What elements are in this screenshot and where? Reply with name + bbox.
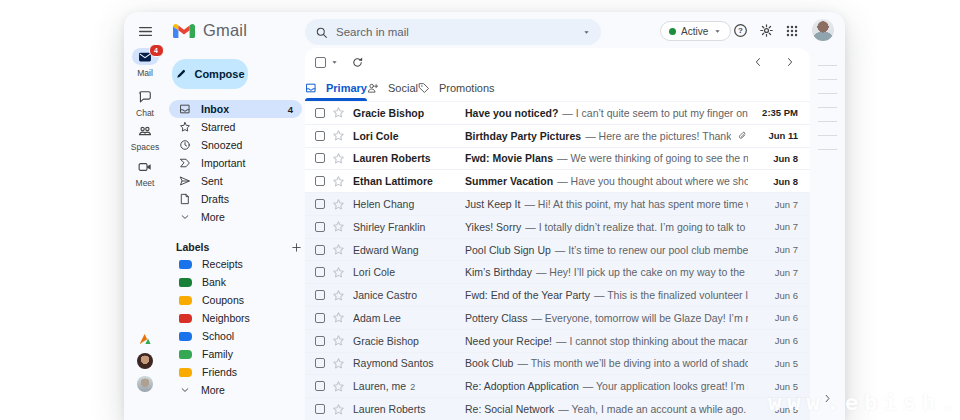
- apps-grid-icon[interactable]: [785, 24, 799, 38]
- row-checkbox[interactable]: [315, 381, 325, 391]
- email-row[interactable]: Helen Chang Just Keep It— Hi! At this po…: [305, 192, 810, 215]
- rail-item-meet[interactable]: Meet: [124, 158, 166, 188]
- label-item-receipts[interactable]: Receipts: [169, 255, 302, 273]
- status-label: Active: [681, 26, 708, 37]
- star-icon[interactable]: [332, 357, 345, 370]
- star-icon[interactable]: [332, 129, 345, 142]
- email-row[interactable]: Gracie Bishop Need your Recipe!— I canno…: [305, 329, 810, 352]
- older-chevron-right-icon[interactable]: [784, 56, 796, 68]
- star-icon[interactable]: [332, 175, 345, 188]
- email-snippet: — We were thinking of going to see the n…: [557, 152, 748, 164]
- email-row[interactable]: Ethan Lattimore Summer Vacation— Have yo…: [305, 169, 810, 192]
- status-selector[interactable]: Active: [660, 21, 731, 41]
- row-checkbox[interactable]: [315, 153, 325, 163]
- star-icon[interactable]: [332, 334, 345, 347]
- contact-avatar[interactable]: [137, 353, 153, 369]
- search-input[interactable]: Search in mail: [305, 19, 601, 45]
- star-icon[interactable]: [332, 403, 345, 416]
- email-snippet: — Hi! At this point, my hat has spent mo…: [524, 198, 748, 210]
- star-icon[interactable]: [332, 243, 345, 256]
- email-row[interactable]: Lori Cole Kim’s Birthday— Hey! I’ll pick…: [305, 260, 810, 283]
- tab-social[interactable]: Social: [367, 74, 418, 101]
- label-item-school[interactable]: School: [169, 327, 302, 345]
- row-checkbox[interactable]: [315, 199, 325, 209]
- compose-button[interactable]: Compose: [172, 59, 248, 89]
- email-sender: Helen Chang: [353, 198, 465, 210]
- sidebar-item-snoozed[interactable]: Snoozed: [169, 136, 302, 154]
- row-checkbox[interactable]: [315, 336, 325, 346]
- row-checkbox[interactable]: [315, 176, 325, 186]
- get-addons-icon: [818, 149, 837, 150]
- row-checkbox[interactable]: [315, 245, 325, 255]
- label-item-friends[interactable]: Friends: [169, 363, 302, 381]
- email-row[interactable]: Lauren Roberts Re: Social Network— Yeah,…: [305, 397, 810, 420]
- email-sender: Raymond Santos: [353, 357, 465, 369]
- addon-icon: [818, 135, 837, 136]
- sidebar-item-starred[interactable]: Starred: [169, 118, 302, 136]
- help-icon[interactable]: ?: [733, 23, 748, 38]
- sidebar-item-sent[interactable]: Sent: [169, 172, 302, 190]
- star-icon[interactable]: [332, 311, 345, 324]
- select-caret-icon[interactable]: [330, 58, 339, 67]
- email-row[interactable]: Lori Cole Birthday Party Pictures— Here …: [305, 124, 810, 147]
- add-label-plus-icon[interactable]: [291, 242, 302, 253]
- select-all-checkbox[interactable]: [315, 57, 326, 68]
- email-sender: Ethan Lattimore: [353, 175, 465, 187]
- labels-list: Receipts Bank Coupons Neighbors Scho: [166, 255, 305, 399]
- email-row[interactable]: Janice Castro Fwd: End of the Year Party…: [305, 283, 810, 306]
- label-item-bank[interactable]: Bank: [169, 273, 302, 291]
- star-icon[interactable]: [332, 220, 345, 233]
- star-icon[interactable]: [332, 152, 345, 165]
- label-item-family[interactable]: Family: [169, 345, 302, 363]
- sidebar-item-label: Drafts: [201, 193, 293, 205]
- label-item-neighbors[interactable]: Neighbors: [169, 309, 302, 327]
- rail-item-spaces[interactable]: Spaces: [124, 122, 166, 152]
- search-icon: [315, 26, 328, 39]
- tab-promotions[interactable]: Promotions: [418, 74, 495, 101]
- email-row[interactable]: Lauren, me2 Re: Adoption Application— Yo…: [305, 374, 810, 397]
- star-icon[interactable]: [332, 289, 345, 302]
- star-icon[interactable]: [332, 380, 345, 393]
- row-checkbox[interactable]: [315, 404, 325, 414]
- row-checkbox[interactable]: [315, 222, 325, 232]
- rail-item-chat[interactable]: Chat: [124, 88, 166, 118]
- sidebar-item-inbox[interactable]: Inbox 4: [169, 100, 302, 118]
- sidebar-item-drafts[interactable]: Drafts: [169, 190, 302, 208]
- star-icon[interactable]: [332, 106, 345, 119]
- refresh-icon[interactable]: [351, 56, 364, 69]
- tab-primary[interactable]: Primary: [305, 74, 367, 101]
- contact-avatar[interactable]: [137, 376, 153, 392]
- user-avatar[interactable]: [812, 19, 834, 41]
- email-date: Jun 8: [756, 176, 798, 187]
- settings-gear-icon[interactable]: [759, 23, 774, 38]
- email-subject-snippet: Pool Club Sign Up— It’s time to renew ou…: [465, 244, 748, 256]
- email-snippet: — Your application looks great! I’m sure…: [583, 380, 748, 392]
- star-icon[interactable]: [332, 198, 345, 211]
- row-checkbox[interactable]: [315, 131, 325, 141]
- label-item-more-labels[interactable]: More: [169, 381, 302, 399]
- email-row[interactable]: Gracie Bishop Have you noticed?— I can’t…: [305, 102, 810, 124]
- sender-text: Gracie Bishop: [353, 335, 419, 347]
- row-checkbox[interactable]: [315, 313, 325, 323]
- row-checkbox[interactable]: [315, 108, 325, 118]
- row-checkbox[interactable]: [315, 358, 325, 368]
- sidebar-item-important[interactable]: Important: [169, 154, 302, 172]
- row-checkbox[interactable]: [315, 267, 325, 277]
- email-row[interactable]: Raymond Santos Book Club— This month we’…: [305, 352, 810, 375]
- search-options-caret-icon[interactable]: [582, 28, 591, 37]
- star-icon[interactable]: [332, 266, 345, 279]
- email-snippet: — I totally didn’t realize that. I’m goi…: [525, 221, 748, 233]
- row-checkbox[interactable]: [315, 290, 325, 300]
- email-row[interactable]: Edward Wang Pool Club Sign Up— It’s time…: [305, 238, 810, 261]
- rail-item-label: Meet: [136, 178, 155, 188]
- email-row[interactable]: Lauren Roberts Fwd: Movie Plans— We were…: [305, 147, 810, 170]
- label-item-coupons[interactable]: Coupons: [169, 291, 302, 309]
- newer-chevron-left-icon[interactable]: [752, 56, 764, 68]
- rail-item-mail[interactable]: 4 Mail: [124, 48, 166, 78]
- email-row[interactable]: Shirley Franklin Yikes! Sorry— I totally…: [305, 215, 810, 238]
- sidebar-item-more[interactable]: More: [169, 208, 302, 226]
- email-row[interactable]: Adam Lee Pottery Class— Everyone, tomorr…: [305, 306, 810, 329]
- email-subject-snippet: Fwd: Movie Plans— We were thinking of go…: [465, 152, 748, 164]
- sidebar-item-label: Important: [201, 157, 293, 169]
- email-date: Jun 7: [756, 244, 798, 255]
